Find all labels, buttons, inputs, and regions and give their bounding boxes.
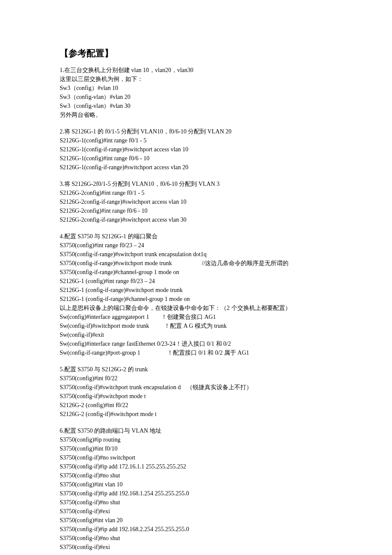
page-title: 【参考配置】 (60, 47, 332, 61)
section-block: 1.在三台交换机上分别创建 vlan 10，vlan20，vlan30 这里以三… (60, 66, 332, 119)
document-page: 【参考配置】 1.在三台交换机上分别创建 vlan 10，vlan20，vlan… (0, 0, 392, 555)
section-block: 4.配置 S3750 与 S2126G-1 的端口聚合 S3750(config… (60, 232, 332, 357)
section-block: 2.将 S2126G-1 的 f0/1-5 分配到 VLAN10，f0/6-10… (60, 127, 332, 172)
section-block: 6.配置 S3750 的路由端口与 VLAN 地址 S3750(config)#… (60, 426, 332, 552)
section-block: 3.将 S2126G-2f0/1-5 分配到 VLAN10，f0/6-10 分配… (60, 179, 332, 224)
section-block: 5.配置 S3750 与 S2126G-2 的 trunk S3750(conf… (60, 365, 332, 419)
